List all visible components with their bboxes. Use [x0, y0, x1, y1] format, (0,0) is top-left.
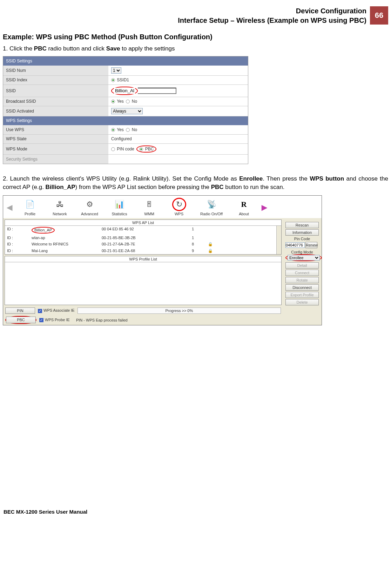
- section-wps-settings: WPS Settings: [3, 116, 248, 125]
- use-wps-yes-label: Yes: [117, 127, 124, 132]
- ap-ch: 1: [182, 236, 203, 240]
- broadcast-no-label: No: [132, 99, 137, 104]
- ssid-num-cell: 1: [108, 66, 248, 76]
- wps-pbc-radio[interactable]: [139, 147, 143, 151]
- config-mode-select[interactable]: Enrollee: [288, 255, 320, 261]
- ap-mac: 00-21-27-6A-2B-7E: [102, 242, 182, 246]
- ap-name-highlight: Billion_AP: [32, 227, 55, 234]
- toolbar-left-arrow-icon[interactable]: ◄: [4, 197, 15, 218]
- rotate-button[interactable]: Rotate: [285, 277, 319, 283]
- ap-row-3[interactable]: ID : Mai-Lang 00-21-91-EE-2A-68 9 🔒: [5, 248, 276, 254]
- detail-button[interactable]: Detail: [285, 262, 319, 269]
- ssid-index-radio[interactable]: [111, 78, 115, 82]
- pbc-button[interactable]: PBC: [6, 317, 36, 323]
- step-1-text: 1. Click the PBC radio button and click …: [3, 45, 388, 53]
- export-profile-button[interactable]: Export Profile: [285, 292, 319, 298]
- ap-name: Welcome to RFINICS: [32, 242, 102, 246]
- wps-probe-ie[interactable]: ✓WPS Probe IE: [39, 318, 70, 322]
- broadcast-label: Broadcast SSID: [3, 97, 108, 106]
- ap-list-scrollbar[interactable]: [276, 226, 281, 254]
- step-2-text: 2. Launch the wireless client's WPS Util…: [3, 175, 388, 192]
- ap-name: wlan-ap: [32, 236, 102, 240]
- ralink-utility-screenshot: ◄ 📄Profile 🖧Network ⚙Advanced 📊Statistic…: [3, 195, 322, 325]
- wps-ap-list: WPS AP List ID : Billion_AP 00 04 ED 85 …: [5, 219, 282, 255]
- toolbar-profile[interactable]: 📄Profile: [15, 196, 45, 218]
- ssid-input[interactable]: [114, 88, 135, 94]
- wps-state-label: WPS State: [3, 134, 108, 143]
- wps-pin-radio[interactable]: [111, 147, 115, 151]
- step2-b2: WPS button: [310, 175, 344, 182]
- broadcast-yes-radio[interactable]: [111, 100, 115, 103]
- header-titles: Device Configuration Interface Setup – W…: [178, 6, 369, 25]
- wps-associate-ie[interactable]: ✓WPS Associate IE: [38, 308, 75, 313]
- ap-name-cell: Billion_AP: [32, 227, 102, 234]
- toolbar-advanced[interactable]: ⚙Advanced: [75, 196, 105, 218]
- use-wps-no-radio[interactable]: [126, 128, 130, 132]
- pin-button[interactable]: PIN: [5, 307, 35, 314]
- toolbar-network[interactable]: 🖧Network: [45, 196, 75, 218]
- use-wps-yes-radio[interactable]: [111, 128, 115, 132]
- wps-mode-label: WPS Mode: [3, 143, 108, 154]
- ssid-num-select[interactable]: 1: [111, 67, 121, 74]
- renew-button[interactable]: Renew: [305, 242, 317, 248]
- assoc-label: WPS Associate IE: [43, 308, 75, 312]
- advanced-icon: ⚙: [83, 198, 97, 211]
- disconnect-button[interactable]: Disconnect: [285, 284, 319, 291]
- use-wps-cell: Yes No: [108, 125, 248, 134]
- side-column: Rescan Information Pin Code Renew Config…: [285, 222, 319, 305]
- information-button[interactable]: Information: [285, 229, 319, 236]
- toolbar-radio[interactable]: 📡Radio On/Off: [194, 196, 229, 218]
- wps-profile-list: WPS Profile List: [5, 256, 282, 305]
- checkbox-icon: ✓: [38, 309, 42, 313]
- step2-prefix: 2. Launch the wireless client's WPS Util…: [3, 175, 239, 182]
- pin-code-input[interactable]: [285, 242, 305, 248]
- page-number-badge: 66: [370, 6, 388, 25]
- wps-mode-cell: PIN code PBC: [108, 143, 248, 154]
- page-header: Device Configuration Interface Setup – W…: [3, 0, 388, 25]
- ap-row-0[interactable]: ID : Billion_AP 00 04 ED 85 46 92 1: [5, 226, 276, 235]
- toolbar-wps[interactable]: ↻WPS: [164, 196, 194, 218]
- ap-sec: [203, 227, 217, 234]
- footer-text: BEC MX-1200 Series User Manual: [4, 509, 87, 515]
- ap-mac: 00 04 ED 85 46 92: [102, 227, 182, 234]
- ap-row-1[interactable]: ID : wlan-ap 00-21-85-BE-3B-2B 1: [5, 235, 276, 241]
- connect-button[interactable]: Connect: [285, 270, 319, 276]
- router-settings-screenshot: SSID Settings SSID Num 1 SSID Index SSID…: [3, 56, 248, 164]
- header-line2: Interface Setup – Wireless (Example on W…: [178, 16, 366, 25]
- activated-label: SSID Activated: [3, 106, 108, 116]
- ssid-num-label: SSID Num: [3, 66, 108, 76]
- wps-ap-list-header: WPS AP List: [5, 220, 281, 226]
- toolbar-advanced-label: Advanced: [75, 212, 105, 216]
- toolbar-about[interactable]: RAbout: [229, 196, 259, 218]
- wps-profile-list-header: WPS Profile List: [5, 256, 281, 262]
- toolbar-network-label: Network: [45, 212, 75, 216]
- toolbar-about-label: About: [229, 212, 259, 216]
- wps-pbc-label: PBC: [145, 147, 154, 151]
- ap-id: ID :: [7, 236, 32, 240]
- broadcast-no-radio[interactable]: [126, 100, 130, 103]
- network-icon: 🖧: [53, 198, 67, 211]
- ssid-index-cell: SSID1: [108, 75, 248, 85]
- step1-prefix: 1. Click the: [3, 45, 34, 52]
- toolbar-right-arrow-icon[interactable]: ►: [259, 197, 270, 218]
- toolbar-wmm[interactable]: 🎚WMM: [134, 196, 164, 218]
- ap-row-2[interactable]: ID : Welcome to RFINICS 00-21-27-6A-2B-7…: [5, 241, 276, 248]
- toolbar-statistics[interactable]: 📊Statistics: [105, 196, 134, 218]
- step2-suffix: button to run the scan.: [224, 184, 285, 190]
- ssid-input-tail[interactable]: [138, 88, 176, 94]
- activated-select[interactable]: Always: [111, 108, 143, 114]
- activated-cell: Always: [108, 106, 248, 116]
- checkbox-icon: ✓: [39, 318, 43, 322]
- ap-rows: ID : Billion_AP 00 04 ED 85 46 92 1 ID :…: [5, 226, 276, 254]
- step2-mid3: ) from the WPS AP List section before pr…: [75, 184, 211, 190]
- config-mode-block: Config Mode Enrollee: [285, 250, 319, 261]
- ap-id: ID :: [7, 242, 32, 246]
- delete-button[interactable]: Delete: [285, 299, 319, 305]
- step1-b1: PBC: [34, 45, 47, 52]
- ap-mac: 00-21-91-EE-2A-68: [102, 249, 182, 253]
- ssid-index-label: SSID Index: [3, 75, 108, 85]
- lock-icon: 🔒: [203, 242, 217, 246]
- rescan-button[interactable]: Rescan: [285, 222, 319, 228]
- ap-id: ID :: [7, 227, 32, 234]
- wps-pin-label: PIN code: [117, 147, 134, 151]
